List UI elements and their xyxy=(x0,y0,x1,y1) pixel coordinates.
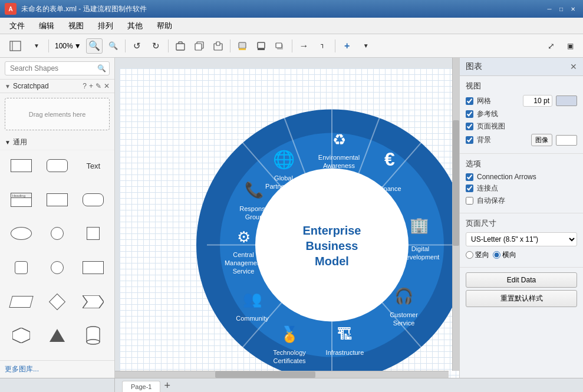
delete-button[interactable] xyxy=(172,38,189,54)
connection-points-checkbox[interactable] xyxy=(466,185,473,192)
scratchpad-add-icon[interactable]: + xyxy=(89,82,93,90)
shape-item-chevron[interactable] xyxy=(77,291,110,312)
svg-rect-2 xyxy=(176,44,185,50)
shape-item-circle[interactable] xyxy=(41,223,73,244)
shape-item-circle2[interactable] xyxy=(41,257,73,278)
svg-text:🏗: 🏗 xyxy=(337,325,353,343)
scratchpad-close-icon[interactable]: ✕ xyxy=(104,82,110,90)
general-category[interactable]: ▼ 通用 xyxy=(0,135,114,150)
undo-button[interactable]: ↺ xyxy=(129,38,146,54)
refline-label: 参考线 xyxy=(477,109,577,119)
right-panel-close-icon[interactable]: ✕ xyxy=(570,62,577,71)
menu-item-help[interactable]: 帮助 xyxy=(150,18,179,34)
edit-data-button[interactable]: Edit Data xyxy=(466,272,577,288)
search-input[interactable] xyxy=(5,61,110,75)
scratchpad-edit-icon[interactable]: ✎ xyxy=(95,82,101,90)
arrow-style-button[interactable]: → xyxy=(296,38,312,54)
fill-color-button[interactable] xyxy=(234,38,251,54)
zoom-out-button[interactable]: 🔍 xyxy=(105,38,121,54)
scratchpad-help-icon[interactable]: ? xyxy=(83,82,87,90)
panel-button[interactable]: ▣ xyxy=(562,38,578,54)
page-tab-page1[interactable]: Page-1 xyxy=(122,381,160,392)
statusbar: Page-1 + xyxy=(0,378,583,392)
copy-button[interactable] xyxy=(191,38,207,54)
vertical-scrollbar[interactable] xyxy=(452,58,459,371)
shape-item-rect3[interactable] xyxy=(77,257,110,278)
shape-item-rect-r2[interactable] xyxy=(77,189,110,210)
grid-checkbox[interactable] xyxy=(466,97,473,105)
connection-points-label: 连接点 xyxy=(477,183,577,193)
shape-item-ellipse-wide[interactable] xyxy=(5,223,37,244)
add-page-button[interactable]: + xyxy=(160,380,174,391)
page-size-select[interactable]: US-Letter (8.5" x 11") A4 (8.27" x 11.69… xyxy=(466,232,577,246)
connection-arrows-checkbox[interactable] xyxy=(466,173,473,181)
redo-button[interactable]: ↻ xyxy=(148,38,164,54)
connection-points-row: 连接点 xyxy=(466,183,577,193)
insert-arrow[interactable]: ▼ xyxy=(358,38,374,54)
connector-button[interactable]: ⌐ xyxy=(315,38,331,54)
shape-item-diamond[interactable] xyxy=(41,291,73,312)
diagram-container: 🌐 Global Partnerships ♻ Environmental Aw… xyxy=(190,104,459,378)
svg-text:🏅: 🏅 xyxy=(280,325,299,344)
portrait-radio-label: 竖向 xyxy=(466,250,489,260)
svg-text:Environmental: Environmental xyxy=(318,154,360,161)
shape-item-text[interactable]: Text xyxy=(77,155,110,176)
shape-item-rect-rounded[interactable] xyxy=(41,155,73,176)
fullscreen-button[interactable]: ⤢ xyxy=(543,38,559,54)
menu-item-other[interactable]: 其他 xyxy=(120,18,150,34)
svg-marker-17 xyxy=(12,328,30,343)
more-shapes-link[interactable]: 更多图库... xyxy=(0,360,114,378)
line-color-button[interactable] xyxy=(253,38,269,54)
svg-text:Response: Response xyxy=(239,205,269,212)
shape-item-heading[interactable]: Heading xyxy=(5,189,37,210)
shape-item-rect[interactable] xyxy=(5,155,37,176)
refline-checkbox[interactable] xyxy=(466,110,473,118)
shape-item-square[interactable] xyxy=(77,223,110,244)
background-checkbox[interactable] xyxy=(466,136,473,144)
shape-item-triangle[interactable] xyxy=(41,325,73,346)
scratchpad-expand-icon[interactable]: ▼ xyxy=(5,83,11,90)
menu-item-edit[interactable]: 编辑 xyxy=(32,18,61,34)
pageview-checkbox[interactable] xyxy=(466,123,473,130)
landscape-radio[interactable] xyxy=(493,251,500,259)
portrait-radio[interactable] xyxy=(466,251,473,259)
background-color-box[interactable] xyxy=(556,135,577,146)
svg-text:🏢: 🏢 xyxy=(410,216,429,235)
svg-text:🌐: 🌐 xyxy=(273,149,295,170)
insert-button[interactable]: + xyxy=(339,38,355,54)
reset-style-button[interactable]: 重置默认样式 xyxy=(466,290,577,307)
maximize-button[interactable]: □ xyxy=(556,4,566,14)
horizontal-scrollbar[interactable] xyxy=(115,371,449,378)
page-size-section: 页面尺寸 US-Letter (8.5" x 11") A4 (8.27" x … xyxy=(460,213,583,268)
background-image-button[interactable]: 图像 xyxy=(531,134,552,146)
shape-item-parallelogram[interactable] xyxy=(5,291,37,312)
menu-item-file[interactable]: 文件 xyxy=(2,18,32,34)
connection-arrows-label: Connection Arrows xyxy=(477,173,577,181)
menu-item-arrange[interactable]: 排列 xyxy=(91,18,120,34)
action-buttons: Edit Data 重置默认样式 xyxy=(460,268,583,314)
canvas[interactable]: 🌐 Global Partnerships ♻ Environmental Aw… xyxy=(120,68,459,378)
shape-item-square-rounded[interactable] xyxy=(5,257,37,278)
zoom-in-button[interactable]: 🔍 xyxy=(86,38,103,54)
paste-button[interactable] xyxy=(210,38,226,54)
format-arrow[interactable]: ▼ xyxy=(28,38,45,54)
auto-save-checkbox[interactable] xyxy=(466,197,473,205)
svg-text:Model: Model xyxy=(315,255,349,268)
zoom-level: 100% ▼ xyxy=(52,42,84,50)
background-label: 背景 xyxy=(477,135,528,145)
grid-color-box[interactable] xyxy=(556,95,577,106)
close-button[interactable]: ✕ xyxy=(568,4,578,14)
zoom-dropdown-arrow[interactable]: ▼ xyxy=(74,42,81,50)
shadow-button[interactable] xyxy=(272,38,288,54)
canvas-area[interactable]: 🌐 Global Partnerships ♻ Environmental Aw… xyxy=(115,58,459,378)
scratchpad-drop-area: Drag elements here xyxy=(5,98,110,130)
shape-item-rect2[interactable] xyxy=(41,189,73,210)
grid-value-input[interactable] xyxy=(523,95,552,107)
format-button[interactable] xyxy=(5,38,26,54)
search-box: 🔍 xyxy=(0,58,114,80)
minimize-button[interactable]: ─ xyxy=(544,4,555,14)
shape-item-cylinder[interactable] xyxy=(77,325,110,346)
menu-item-view[interactable]: 视图 xyxy=(61,18,91,34)
left-panel: 🔍 ▼ Scratchpad ? + ✎ ✕ Drag elements her… xyxy=(0,58,115,378)
shape-item-hexagon[interactable] xyxy=(5,325,37,346)
